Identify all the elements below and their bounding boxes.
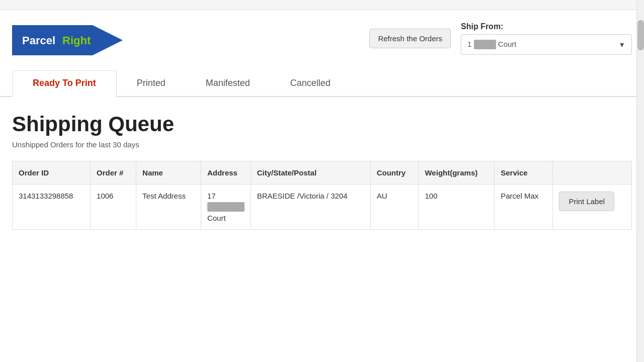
chevron-down-icon: ▼: [618, 41, 625, 49]
col-city-state-postal: City/State/Postal: [251, 161, 370, 185]
tab-manifested[interactable]: Manifested: [186, 70, 270, 96]
ship-from-label: Ship From:: [461, 22, 632, 31]
refresh-orders-button[interactable]: Refresh the Orders: [369, 29, 451, 48]
address-lines: 17 Court: [207, 192, 245, 222]
ship-from-dropdown[interactable]: 1 Court ▼: [461, 34, 632, 55]
svg-text:Parcel: Parcel: [22, 34, 55, 47]
col-order-number: Order #: [91, 161, 136, 185]
cell-weight: 100: [419, 185, 495, 230]
col-name: Name: [136, 161, 201, 185]
page-title: Shipping Queue: [12, 112, 632, 136]
ship-from-section: Ship From: 1 Court ▼: [461, 22, 632, 55]
parcelright-logo: Parcel Right: [12, 20, 123, 60]
cell-country: AU: [370, 185, 419, 230]
address-number: 17: [207, 192, 245, 200]
col-order-id: Order ID: [13, 161, 91, 185]
refresh-ship-row: Refresh the Orders Ship From: 1 Court ▼: [369, 22, 632, 55]
tabs-container: Ready To Print Printed Manifested Cancel…: [0, 70, 644, 97]
cell-address: 17 Court: [201, 185, 251, 230]
col-action: [553, 161, 632, 185]
orders-table: Order ID Order # Name Address City/State…: [12, 161, 632, 230]
table-row: 3143133298858 1006 Test Address 17 Court…: [13, 185, 632, 230]
col-service: Service: [495, 161, 553, 185]
col-weight: Weight(grams): [419, 161, 495, 185]
table-header: Order ID Order # Name Address City/State…: [13, 161, 632, 185]
cell-city-state-postal: BRAESIDE /Victoria / 3204: [251, 185, 370, 230]
logo-container: Parcel Right: [12, 20, 123, 60]
header: Parcel Right Refresh the Orders Ship Fro…: [0, 10, 644, 65]
header-right: Refresh the Orders Ship From: 1 Court ▼: [369, 22, 632, 55]
address-street-redacted: [207, 202, 245, 212]
ship-from-value: 1 Court: [467, 39, 618, 50]
tab-cancelled[interactable]: Cancelled: [270, 70, 351, 96]
address-street-type: Court: [207, 214, 245, 222]
cell-name: Test Address: [136, 185, 201, 230]
main-content: Shipping Queue Unshipped Orders for the …: [0, 97, 644, 245]
svg-text:Right: Right: [62, 34, 91, 47]
tab-ready-to-print[interactable]: Ready To Print: [12, 70, 117, 97]
col-address: Address: [201, 161, 251, 185]
redacted-address: [474, 40, 496, 49]
print-label-button[interactable]: Print Label: [559, 192, 614, 211]
cell-service: Parcel Max: [495, 185, 553, 230]
cell-action: Print Label: [553, 185, 632, 230]
tab-printed[interactable]: Printed: [117, 70, 186, 96]
table-body: 3143133298858 1006 Test Address 17 Court…: [13, 185, 632, 230]
cell-order-number: 1006: [91, 185, 136, 230]
table-header-row: Order ID Order # Name Address City/State…: [13, 161, 632, 185]
top-bar: [0, 0, 644, 10]
col-country: Country: [370, 161, 419, 185]
page-subtitle: Unshipped Orders for the last 30 days: [12, 140, 632, 149]
cell-order-id: 3143133298858: [13, 185, 91, 230]
